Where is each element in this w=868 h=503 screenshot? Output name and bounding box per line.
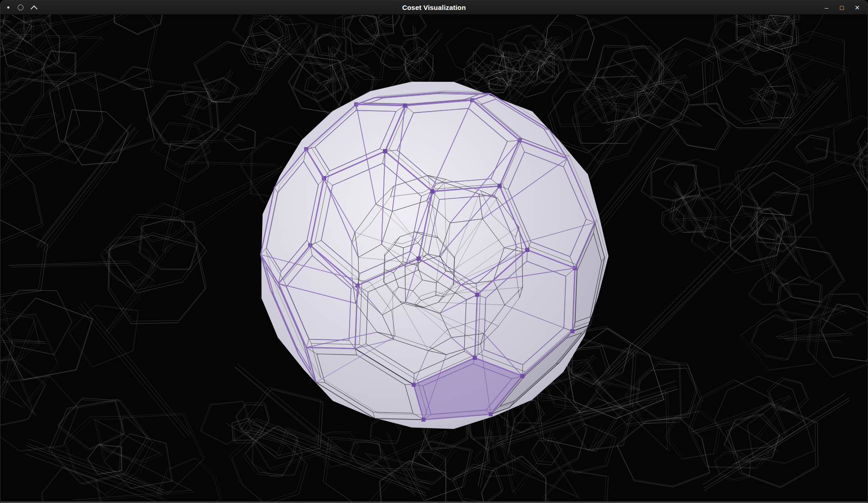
- window-title: Coset Visualization: [0, 4, 868, 11]
- minimize-button[interactable]: –: [820, 2, 833, 14]
- chevron-up-icon[interactable]: [31, 5, 38, 13]
- window-controls: – □ ✕: [820, 2, 868, 14]
- maximize-button[interactable]: □: [836, 2, 848, 14]
- titlebar: Coset Visualization – □ ✕: [0, 0, 868, 15]
- close-button[interactable]: ✕: [851, 2, 863, 14]
- record-circle-icon[interactable]: [18, 5, 23, 10]
- app-window: Coset Visualization – □ ✕: [0, 0, 868, 503]
- dot-indicator-icon[interactable]: [7, 6, 9, 9]
- visualization-canvas[interactable]: [0, 15, 868, 503]
- titlebar-left-icons: [0, 5, 37, 10]
- coset-3d-render: [0, 15, 868, 502]
